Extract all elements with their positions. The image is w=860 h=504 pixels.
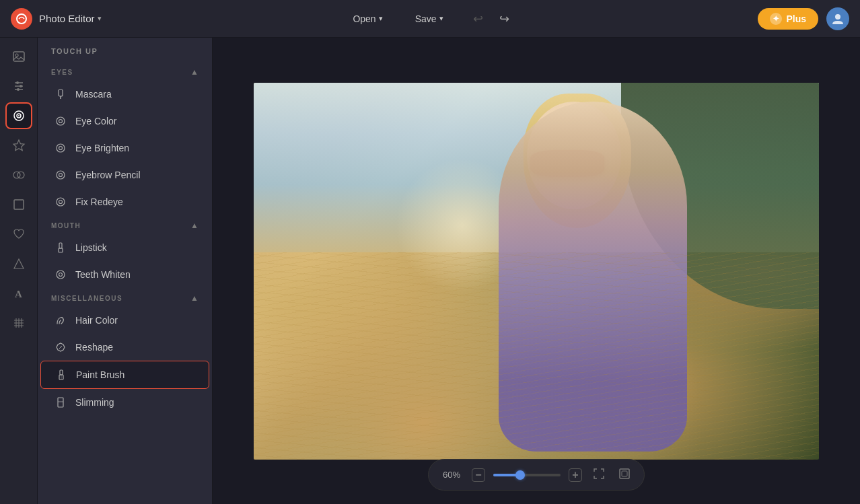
svg-line-40 [59, 346, 62, 349]
tool-eye-color[interactable]: Eye Color [40, 108, 209, 135]
tool-hair-color[interactable]: Hair Color [40, 307, 209, 334]
plus-label: Plus [786, 13, 806, 24]
topbar: Photo Editor ▾ Open ▾ Save ▾ ↩ ↪ ✦ Plus [0, 0, 860, 38]
sidebar-icon-adjust[interactable] [5, 73, 32, 100]
undo-button[interactable]: ↩ [468, 9, 489, 29]
tool-eyebrow-pencil[interactable]: Eyebrow Pencil [40, 161, 209, 188]
sidebar-icon-text[interactable]: A [5, 280, 32, 307]
section-label-mouth: MOUTH [51, 222, 81, 229]
mascara-label: Mascara [75, 89, 112, 100]
tool-teeth-whiten[interactable]: Teeth Whiten [40, 261, 209, 288]
tool-paint-brush[interactable]: Paint Brush [40, 361, 209, 389]
svg-marker-13 [13, 140, 24, 151]
app-title[interactable]: Photo Editor ▾ [39, 13, 102, 24]
svg-point-1 [835, 14, 840, 20]
mascara-icon [54, 87, 67, 101]
reshape-label: Reshape [75, 342, 113, 353]
svg-rect-44 [58, 398, 63, 407]
svg-point-14 [13, 172, 20, 178]
hair-color-icon [54, 314, 67, 327]
hair-color-label: Hair Color [75, 315, 118, 326]
icon-sidebar: A [0, 38, 38, 504]
slimming-icon [54, 396, 67, 409]
topbar-right: ✦ Plus [758, 7, 849, 30]
section-header-eyes[interactable]: EYES ▲ [38, 62, 212, 81]
svg-point-31 [59, 147, 60, 148]
zoom-fit-button[interactable] [590, 465, 608, 484]
fix-redeye-icon [54, 195, 67, 209]
sidebar-icon-texture[interactable] [5, 310, 32, 336]
tool-fix-redeye[interactable]: Fix Redeye [40, 188, 209, 215]
svg-point-12 [18, 115, 20, 116]
tool-mascara[interactable]: Mascara [40, 81, 209, 108]
redo-button[interactable]: ↪ [494, 9, 515, 29]
tool-eye-brighten[interactable]: Eye Brighten [40, 135, 209, 161]
sidebar-icon-touchup[interactable] [5, 102, 32, 129]
tool-lipstick[interactable]: Lipstick [40, 234, 209, 261]
svg-point-39 [59, 273, 63, 277]
sidebar-icon-star[interactable] [5, 132, 32, 159]
svg-rect-2 [13, 52, 24, 61]
svg-point-34 [57, 198, 65, 206]
sidebar-icon-shape[interactable] [5, 250, 32, 277]
save-chevron: ▾ [439, 14, 443, 23]
plus-icon: ✦ [770, 13, 782, 25]
sidebar-icon-heart[interactable] [5, 221, 32, 248]
svg-point-5 [16, 81, 19, 84]
section-header-mouth[interactable]: MOUTH ▲ [38, 215, 212, 234]
zoom-plus-button[interactable]: + [569, 468, 582, 482]
sidebar-icon-overlay[interactable] [5, 161, 32, 188]
topbar-center: Open ▾ Save ▾ ↩ ↪ [102, 9, 758, 29]
svg-rect-25 [59, 89, 63, 96]
save-button[interactable]: Save ▾ [407, 9, 452, 28]
zoom-slider[interactable] [493, 474, 561, 476]
open-label: Open [353, 13, 375, 24]
canvas-area: 60% − + [213, 38, 860, 504]
photo-container [254, 83, 819, 460]
svg-point-7 [20, 85, 22, 87]
save-label: Save [415, 13, 437, 24]
section-header-misc[interactable]: MISCELLANEOUS ▲ [38, 288, 212, 307]
app-title-text: Photo Editor [39, 13, 95, 24]
slimming-label: Slimming [75, 397, 114, 408]
svg-point-3 [15, 54, 18, 57]
tool-slimming[interactable]: Slimming [40, 389, 209, 416]
svg-point-9 [17, 88, 20, 91]
svg-point-38 [57, 271, 65, 279]
section-label-eyes: EYES [51, 69, 73, 76]
app-logo [11, 8, 32, 30]
svg-point-15 [17, 172, 24, 178]
zoom-fullscreen-button[interactable] [616, 465, 633, 484]
section-chevron-mouth: ▲ [190, 221, 199, 230]
eye-brighten-label: Eye Brighten [75, 143, 129, 153]
eye-brighten-icon [54, 141, 67, 155]
eyebrow-pencil-icon [54, 168, 67, 182]
avatar[interactable] [826, 7, 849, 30]
photo-background [254, 83, 819, 460]
eye-color-label: Eye Color [75, 116, 116, 127]
plus-button[interactable]: ✦ Plus [758, 8, 818, 30]
zoom-slider-thumb[interactable] [515, 470, 525, 480]
zoom-bar: 60% − + [428, 459, 645, 491]
svg-marker-17 [14, 259, 24, 268]
tool-reshape[interactable]: Reshape [40, 334, 209, 361]
sidebar-icon-crop[interactable] [5, 191, 32, 218]
zoom-minus-button[interactable]: − [472, 468, 485, 482]
open-chevron: ▾ [379, 14, 383, 23]
svg-point-27 [57, 117, 65, 125]
svg-point-32 [57, 171, 65, 179]
lipstick-label: Lipstick [75, 242, 107, 253]
main-area: A TOUCH UP EYES ▲ [0, 38, 860, 504]
svg-point-28 [59, 120, 63, 123]
svg-rect-46 [620, 469, 629, 478]
sidebar-icon-image[interactable] [5, 43, 32, 70]
section-label-misc: MISCELLANEOUS [51, 295, 122, 302]
zoom-percent: 60% [439, 470, 464, 480]
undo-redo-nav: ↩ ↪ [468, 9, 515, 29]
paint-brush-icon [55, 368, 68, 382]
reshape-icon [54, 340, 67, 354]
teeth-whiten-label: Teeth Whiten [75, 269, 131, 280]
svg-point-33 [59, 174, 63, 177]
teeth-whiten-icon [54, 268, 67, 281]
open-button[interactable]: Open ▾ [345, 9, 390, 28]
